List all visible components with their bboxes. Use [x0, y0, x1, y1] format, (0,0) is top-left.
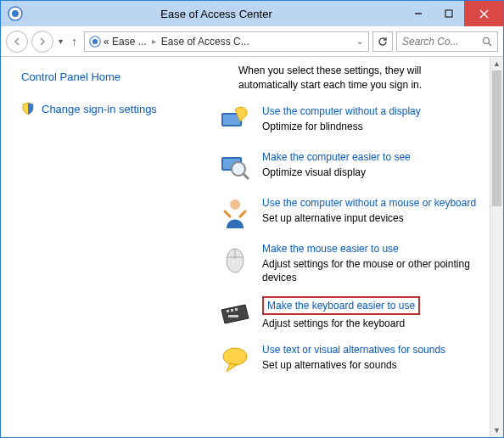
scroll-thumb[interactable]	[492, 70, 501, 206]
option-without-mouse-keyboard: Use the computer without a mouse or keyb…	[218, 196, 478, 230]
desc-keyboard-easier: Adjust settings for the keyboard	[262, 317, 478, 330]
monitor-speech-icon	[218, 104, 252, 138]
address-bar[interactable]: « Ease ... ▸ Ease of Access C... ⌄	[84, 31, 369, 52]
svg-point-1	[12, 10, 19, 17]
option-easier-to-see: Make the computer easier to see Optimize…	[218, 150, 478, 184]
shield-icon	[21, 102, 35, 115]
sidebar: Control Panel Home Change sign-in settin…	[1, 57, 198, 437]
scroll-track[interactable]	[490, 70, 503, 424]
body: Control Panel Home Change sign-in settin…	[1, 57, 503, 437]
control-panel-home-link[interactable]: Control Panel Home	[21, 70, 184, 83]
magnifier-icon	[218, 150, 252, 184]
keyboard-icon	[218, 296, 252, 330]
svg-point-16	[230, 199, 240, 210]
link-easier-see[interactable]: Make the computer easier to see	[262, 151, 411, 163]
desc-without-display: Optimize for blindness	[262, 120, 478, 133]
forward-button[interactable]	[31, 31, 53, 53]
sidebar-signin-label: Change sign-in settings	[42, 103, 157, 115]
scroll-up-button[interactable]: ▲	[490, 57, 503, 70]
svg-point-14	[232, 162, 245, 176]
desc-without-mouse: Set up alternative input devices	[262, 211, 478, 225]
mouse-icon	[218, 242, 252, 276]
intro-text: When you select these settings, they wil…	[218, 64, 478, 93]
option-keyboard-easier: Make the keyboard easier to use Adjust s…	[218, 296, 478, 330]
desc-mouse-easier: Adjust settings for the mouse or other p…	[262, 257, 478, 284]
svg-point-8	[484, 37, 490, 43]
minimize-button[interactable]	[403, 1, 434, 26]
search-icon	[482, 36, 492, 47]
main-content: When you select these settings, they wil…	[198, 57, 490, 437]
person-icon	[218, 196, 252, 230]
up-button[interactable]: ↑	[68, 35, 81, 48]
change-signin-settings-link[interactable]: Change sign-in settings	[21, 102, 184, 115]
option-mouse-easier: Make the mouse easier to use Adjust sett…	[218, 242, 478, 285]
titlebar: Ease of Access Center	[1, 1, 503, 26]
svg-point-24	[223, 348, 247, 365]
svg-rect-20	[227, 310, 229, 312]
maximize-button[interactable]	[434, 1, 464, 26]
svg-point-7	[92, 38, 98, 43]
desc-text-visual-sounds: Set up alternatives for sounds	[262, 358, 478, 372]
scroll-down-button[interactable]: ▼	[490, 424, 503, 437]
link-without-mouse[interactable]: Use the computer without a mouse or keyb…	[262, 197, 476, 209]
vertical-scrollbar[interactable]: ▲ ▼	[490, 57, 503, 437]
svg-rect-21	[231, 309, 233, 312]
svg-line-9	[489, 43, 491, 46]
option-text-visual-sounds: Use text or visual alternatives for soun…	[218, 343, 478, 377]
option-without-display: Use the computer without a display Optim…	[218, 104, 478, 138]
breadcrumb-a[interactable]: « Ease ...	[104, 36, 147, 48]
refresh-button[interactable]	[372, 31, 393, 52]
desc-easier-see: Optimize visual display	[262, 166, 478, 179]
link-keyboard-easier[interactable]: Make the keyboard easier to use	[262, 296, 420, 315]
svg-rect-3	[445, 10, 452, 17]
breadcrumb-b[interactable]: Ease of Access C...	[161, 36, 249, 48]
chevron-down-icon[interactable]: ⌄	[355, 35, 365, 48]
svg-rect-22	[235, 308, 238, 311]
speech-bubble-icon	[218, 343, 252, 377]
window-controls	[403, 1, 503, 26]
history-dropdown[interactable]: ▾	[59, 36, 63, 46]
app-icon	[8, 6, 23, 21]
close-button[interactable]	[464, 1, 503, 26]
svg-line-15	[244, 174, 249, 179]
window-title: Ease of Access Center	[30, 8, 403, 20]
link-mouse-easier[interactable]: Make the mouse easier to use	[262, 243, 399, 255]
link-text-visual-sounds[interactable]: Use text or visual alternatives for soun…	[262, 344, 445, 356]
svg-rect-23	[228, 315, 238, 317]
search-placeholder: Search Co...	[402, 36, 459, 48]
chevron-right-icon: ▸	[148, 36, 160, 46]
link-without-display[interactable]: Use the computer without a display	[262, 105, 421, 117]
back-button[interactable]	[6, 31, 28, 53]
search-input[interactable]: Search Co...	[396, 31, 498, 52]
toolbar: ▾ ↑ « Ease ... ▸ Ease of Access C... ⌄ S…	[1, 26, 503, 57]
